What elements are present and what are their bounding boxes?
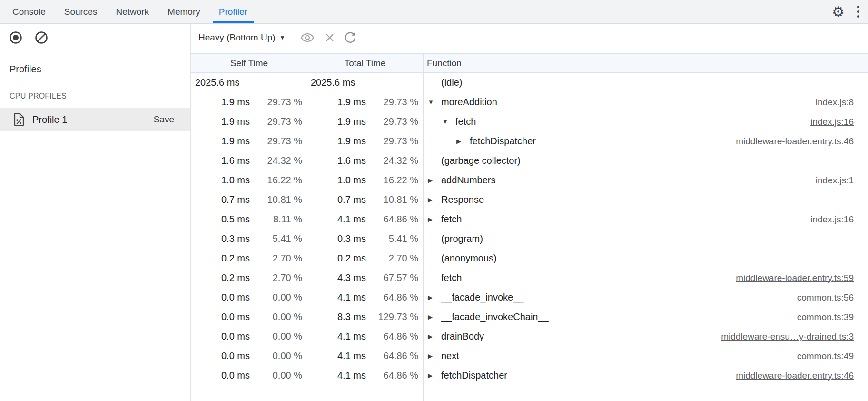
source-location-link[interactable]: middleware-loader.entry.ts:46	[736, 136, 854, 147]
table-row[interactable]: 0.3 ms 5.41 % 0.3 ms 5.41 % (program)	[191, 229, 868, 249]
self-time-percent: 5.41 %	[253, 233, 302, 244]
self-time-percent: 2.70 %	[253, 272, 302, 283]
column-header-self-time[interactable]: Self Time	[191, 58, 307, 69]
function-name: addNumbers	[441, 175, 496, 186]
table-row[interactable]: 1.6 ms 24.32 % 1.6 ms 24.32 % (garbage c…	[191, 151, 868, 170]
expand-arrow-icon[interactable]: ▶	[427, 196, 441, 203]
self-time-percent: 24.32 %	[253, 155, 302, 166]
table-row[interactable]: 1.9 ms 29.73 % 1.9 ms 29.73 % ▼ fetch in…	[191, 112, 868, 131]
self-time-value: 1.9 ms	[221, 136, 250, 147]
clear-profiles-icon[interactable]	[34, 30, 49, 45]
tab-profiler[interactable]: Profiler	[212, 0, 254, 23]
chevron-down-icon: ▼	[280, 34, 286, 41]
expand-arrow-icon[interactable]: ▶	[427, 177, 441, 184]
total-time-percent: 64.86 %	[369, 351, 418, 361]
tabbar-right-controls: ⚙	[823, 0, 868, 23]
total-time-percent: 10.81 %	[369, 194, 418, 205]
profile-document-icon	[13, 113, 25, 126]
settings-gear-icon[interactable]: ⚙	[832, 5, 845, 19]
self-time-value: 0.5 ms	[221, 214, 250, 225]
function-name: __facade_invokeChain__	[441, 311, 549, 322]
self-time-percent: 0.00 %	[253, 370, 302, 381]
total-time-value: 4.1 ms	[337, 331, 366, 342]
column-header-total-time[interactable]: Total Time	[307, 58, 423, 69]
total-time-value: 1.6 ms	[337, 155, 366, 166]
table-row[interactable]: 2025.6 ms 2025.6 ms (idle)	[191, 73, 868, 92]
grid-header-row: Self Time Total Time Function	[191, 54, 868, 73]
source-location-link[interactable]: common.ts:49	[797, 351, 854, 361]
source-location-link[interactable]: index.js:16	[810, 214, 854, 225]
table-row[interactable]: 0.0 ms 0.00 % 4.1 ms 64.86 % ▶ drainBody…	[191, 327, 868, 346]
source-location-link[interactable]: common.ts:56	[797, 292, 854, 303]
function-name: fetch	[441, 214, 462, 225]
function-name: (program)	[441, 233, 483, 244]
source-location-link[interactable]: middleware-loader.entry.ts:59	[736, 273, 854, 283]
table-row[interactable]: 1.9 ms 29.73 % 1.9 ms 29.73 % ▼ moreAddi…	[191, 92, 868, 112]
expand-arrow-icon[interactable]: ▶	[455, 138, 470, 145]
exclude-close-icon[interactable]	[324, 32, 335, 43]
table-row[interactable]: 0.0 ms 0.00 % 4.1 ms 64.86 % ▶ __facade_…	[191, 288, 868, 307]
table-row[interactable]: 0.0 ms 0.00 % 4.1 ms 64.86 % ▶ next comm…	[191, 346, 868, 366]
tab-network[interactable]: Network	[109, 0, 156, 23]
table-row[interactable]: 0.7 ms 10.81 % 0.7 ms 10.81 % ▶ Response	[191, 190, 868, 210]
total-time-percent: 5.41 %	[369, 233, 418, 244]
sidebar-title: Profiles	[10, 64, 190, 75]
self-time-value: 1.9 ms	[221, 97, 250, 108]
self-time-value: 0.2 ms	[221, 272, 250, 283]
table-row[interactable]: 0.0 ms 0.00 % 4.1 ms 64.86 % ▶ fetchDisp…	[191, 366, 868, 385]
view-mode-label: Heavy (Bottom Up)	[198, 32, 276, 43]
expand-arrow-icon[interactable]: ▶	[427, 352, 441, 360]
source-location-link[interactable]: index.js:1	[816, 175, 854, 186]
toolbar-divider	[823, 6, 823, 18]
total-time-percent: 16.22 %	[369, 175, 418, 186]
expand-arrow-icon[interactable]: ▼	[427, 99, 441, 106]
total-time-percent: 64.86 %	[369, 214, 418, 225]
column-divider	[307, 54, 307, 401]
self-time-value: 0.0 ms	[221, 351, 250, 361]
source-location-link[interactable]: index.js:8	[816, 97, 854, 108]
profile-list-item[interactable]: Profile 1 Save	[0, 108, 190, 131]
function-name: (anonymous)	[441, 253, 497, 264]
tab-console[interactable]: Console	[6, 0, 52, 23]
source-location-link[interactable]: index.js:16	[810, 117, 854, 127]
focus-eye-icon[interactable]	[299, 32, 316, 43]
profile-list: Profile 1 Save	[0, 108, 190, 131]
record-icon[interactable]	[9, 30, 23, 45]
expand-arrow-icon[interactable]: ▶	[427, 294, 441, 301]
expand-arrow-icon[interactable]: ▼	[441, 118, 455, 125]
source-location-link[interactable]: middleware-ensu…y-drained.ts:3	[721, 331, 854, 342]
table-row[interactable]: 0.0 ms 0.00 % 8.3 ms 129.73 % ▶ __facade…	[191, 307, 868, 327]
self-time-percent: 0.00 %	[253, 331, 302, 342]
total-time-percent: 2.70 %	[369, 253, 418, 264]
column-header-function[interactable]: Function	[423, 58, 868, 69]
total-time-percent: 24.32 %	[369, 155, 418, 166]
self-time-value: 1.0 ms	[221, 175, 250, 186]
table-row[interactable]: 0.5 ms 8.11 % 4.1 ms 64.86 % ▶ fetch ind…	[191, 210, 868, 229]
expand-arrow-icon[interactable]: ▶	[427, 333, 441, 340]
save-profile-link[interactable]: Save	[154, 114, 174, 125]
restore-refresh-icon[interactable]	[344, 31, 356, 44]
function-name: __facade_invoke__	[441, 292, 523, 303]
source-location-link[interactable]: middleware-loader.entry.ts:46	[736, 371, 854, 381]
view-mode-dropdown[interactable]: Heavy (Bottom Up) ▼	[198, 32, 285, 43]
total-time-value: 4.1 ms	[337, 351, 366, 361]
total-time-percent: 64.86 %	[369, 292, 418, 303]
expand-arrow-icon[interactable]: ▶	[427, 313, 441, 321]
expand-arrow-icon[interactable]: ▶	[427, 216, 441, 223]
table-row[interactable]: 1.0 ms 16.22 % 1.0 ms 16.22 % ▶ addNumbe…	[191, 170, 868, 190]
total-time-value: 4.1 ms	[337, 370, 366, 381]
total-time-percent: 64.86 %	[369, 331, 418, 342]
total-time-percent: 29.73 %	[369, 136, 418, 147]
table-row[interactable]: 0.2 ms 2.70 % 4.3 ms 67.57 % fetch middl…	[191, 268, 868, 288]
function-name: moreAddition	[441, 97, 497, 108]
total-time-value: 4.3 ms	[337, 272, 366, 283]
total-time-value: 0.3 ms	[337, 233, 366, 244]
more-options-icon[interactable]	[855, 4, 861, 20]
tab-sources[interactable]: Sources	[58, 0, 104, 23]
tab-memory[interactable]: Memory	[161, 0, 207, 23]
source-location-link[interactable]: common.ts:39	[797, 312, 854, 322]
table-row[interactable]: 1.9 ms 29.73 % 1.9 ms 29.73 % ▶ fetchDis…	[191, 131, 868, 151]
table-row[interactable]: 0.2 ms 2.70 % 0.2 ms 2.70 % (anonymous)	[191, 249, 868, 268]
total-time-value: 1.9 ms	[337, 136, 366, 147]
expand-arrow-icon[interactable]: ▶	[427, 372, 441, 379]
